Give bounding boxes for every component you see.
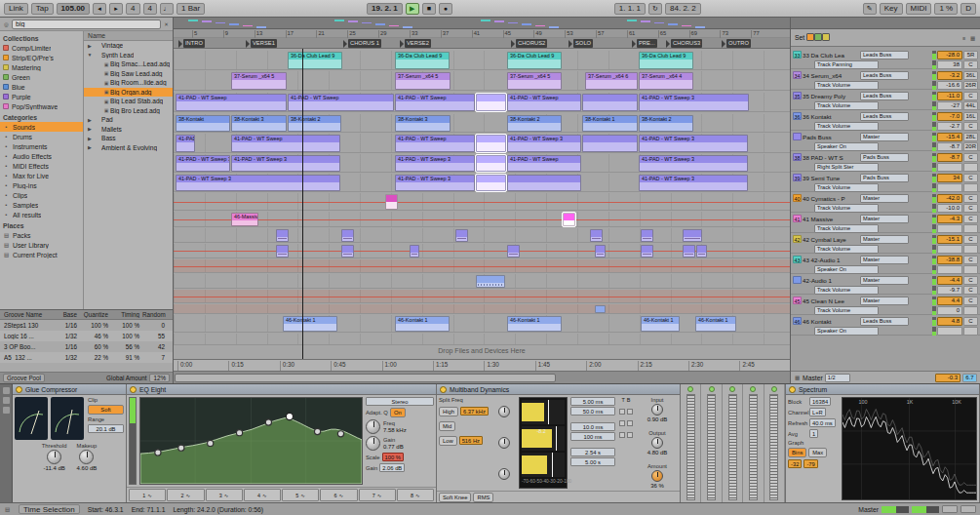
clip[interactable]: 37-Serum _x64 6: [585, 72, 638, 90]
clip[interactable]: 41-PAD-1: [176, 135, 195, 152]
eq-curve-display[interactable]: [139, 397, 363, 485]
automation-value[interactable]: [937, 163, 962, 172]
automation-pan-value[interactable]: C: [963, 122, 978, 131]
soft-knee-toggle[interactable]: Soft Knee: [439, 493, 471, 502]
automation-control-chooser[interactable]: Track Volume: [814, 245, 879, 254]
clip[interactable]: [385, 194, 398, 210]
mbd-input-knob[interactable]: [651, 404, 663, 416]
groove-quantize[interactable]: 60 %: [80, 343, 111, 350]
track-header[interactable]: 3535 Dreamy PolyLeads Buss-11.0CTrack Vo…: [791, 90, 980, 110]
horizontal-scrollbar[interactable]: [174, 371, 790, 383]
mbd-amount-value[interactable]: 36 %: [650, 483, 664, 489]
automation-control-chooser[interactable]: Track Volume: [814, 101, 879, 110]
clip[interactable]: [341, 245, 354, 258]
clip[interactable]: [563, 213, 575, 226]
groove-row[interactable]: Logic 16 ...1/3246 %100 %55: [0, 331, 173, 341]
automation-control-chooser[interactable]: Track Panning: [814, 60, 879, 69]
clip[interactable]: 41-PAD - WT Sweep 3: [176, 175, 340, 191]
clip[interactable]: 36-Da Club Lead 9: [395, 52, 450, 69]
range-value[interactable]: 20.1 dB: [88, 424, 124, 433]
sidebar-item-category[interactable]: ▪Sounds: [0, 122, 83, 132]
scrollbar-thumb[interactable]: [175, 374, 556, 382]
groove-timing[interactable]: 56 %: [111, 343, 142, 350]
track-header[interactable]: 4343 42-Audio 1Master-38.8CSpeaker On: [791, 254, 980, 274]
split-freq-value[interactable]: 516 Hz: [459, 436, 483, 445]
browser-result-item[interactable]: ▣Big Bro Lead.adg: [84, 106, 173, 116]
output-routing-chooser[interactable]: Leads Buss: [860, 92, 909, 100]
groove-base[interactable]: 1/16: [59, 322, 80, 329]
sidebar-item-collection[interactable]: Mastering: [0, 62, 83, 72]
collapsed-device-strip[interactable]: [764, 384, 785, 502]
locator-marker[interactable]: INTRO: [178, 39, 205, 48]
clip[interactable]: 41-PAD - WT Sweep 3: [231, 155, 340, 172]
clip[interactable]: [696, 245, 707, 258]
automation-control-chooser[interactable]: Speaker On: [814, 265, 879, 274]
clip[interactable]: [476, 135, 506, 152]
collapsed-device-strip[interactable]: [701, 384, 722, 502]
sidebar-item-category[interactable]: ▪MIDI Effects: [0, 161, 83, 171]
device-title-bar[interactable]: Multiband Dynamics: [437, 384, 680, 395]
eq-mode-chooser[interactable]: Stereo: [366, 397, 434, 406]
band-input-knob[interactable]: [498, 468, 510, 480]
automation-value[interactable]: [937, 327, 962, 336]
eq-gain-knob[interactable]: [366, 436, 380, 451]
clip[interactable]: 36-Da Club Lead 9: [288, 52, 342, 69]
locator-marker[interactable]: CHORUS2: [511, 39, 547, 48]
device-title-bar[interactable]: Spectrum: [786, 384, 979, 395]
tap-tempo-button[interactable]: Tap: [31, 3, 54, 15]
automation-pan-value[interactable]: 44L: [963, 101, 978, 110]
clip[interactable]: 41-PAD - WT Sweep: [507, 94, 581, 111]
release-value[interactable]: 5.00 s: [570, 457, 615, 466]
clip[interactable]: [507, 175, 581, 191]
automation-pan-value[interactable]: [963, 183, 978, 192]
automation-control-chooser[interactable]: Track Volume: [814, 183, 879, 192]
beat-time-ruler[interactable]: 591317212529333741454953576165697377: [174, 29, 790, 38]
clip[interactable]: 37-Serum _x64 5: [231, 72, 287, 90]
split-freq-value[interactable]: 6.37 kHz: [460, 407, 489, 416]
automation-value[interactable]: [937, 183, 962, 192]
browser-result-item[interactable]: ▣Big Room...lide.adg: [84, 78, 173, 88]
track-pan-value[interactable]: C: [963, 235, 978, 244]
loop-icon[interactable]: ↻: [648, 3, 662, 15]
output-routing-chooser[interactable]: Leads Buss: [860, 71, 909, 80]
automation-pan-value[interactable]: [963, 163, 978, 172]
browser-result-item[interactable]: ▶Bass: [84, 134, 173, 143]
below-toggle[interactable]: [627, 420, 633, 426]
play-button[interactable]: ▶: [406, 3, 419, 15]
clip[interactable]: 41-PAD - WT Sweep: [507, 155, 581, 172]
track-pan-value[interactable]: 16L: [963, 112, 978, 121]
locator-row[interactable]: INTROVERSE1CHORUS 1VERSE2CHORUS2SOLOPRE.…: [174, 38, 790, 48]
clip[interactable]: [341, 229, 354, 242]
clip[interactable]: 41-PAD - WT Sweep: [395, 135, 475, 152]
locator-marker[interactable]: CHORUS3: [666, 39, 702, 48]
clip[interactable]: [476, 275, 505, 288]
attack-value[interactable]: 5.00 ms: [570, 397, 615, 406]
range-high-value[interactable]: -32: [788, 459, 802, 468]
groove-row[interactable]: 3 OP Boo...1/1660 %56 %42: [0, 341, 173, 352]
list-icon[interactable]: ≡: [960, 35, 967, 41]
track-header[interactable]: 4040 Cymatics - PMaster-42.0CTrack Volum…: [791, 192, 980, 213]
automation-pan-value[interactable]: [963, 306, 978, 315]
clip[interactable]: [455, 229, 468, 242]
threshold-value[interactable]: -11.4 dB: [44, 465, 65, 471]
master-peak-box-2[interactable]: [960, 505, 976, 513]
eq-band-button[interactable]: 3∿: [206, 489, 243, 501]
track-volume-value[interactable]: 4.8: [937, 317, 962, 326]
track-header[interactable]: 3636 KontaktLeads Buss-7.016LTrack Volum…: [791, 110, 980, 131]
clip[interactable]: [507, 245, 520, 258]
arrangement-position[interactable]: 19. 2. 1: [367, 3, 403, 15]
setting-value[interactable]: 1: [809, 429, 818, 438]
clip[interactable]: [582, 135, 638, 152]
set-color-chip[interactable]: [806, 33, 814, 41]
track-pan-value[interactable]: 5R: [963, 51, 978, 59]
link-button[interactable]: Link: [4, 3, 28, 15]
sidebar-item-category[interactable]: ▪Clips: [0, 190, 83, 200]
output-routing-chooser[interactable]: Leads Buss: [860, 317, 909, 326]
clip[interactable]: 46-Kontakt 1: [283, 316, 337, 332]
key-map-button[interactable]: Key: [880, 3, 903, 15]
master-peak-box[interactable]: [942, 505, 958, 513]
clip[interactable]: 41-PAD - WT Sweep 3: [176, 155, 230, 172]
clip[interactable]: 41-PAD - WT Sweep: [395, 94, 475, 111]
collapsed-device-strip[interactable]: [743, 384, 764, 502]
clip[interactable]: [595, 305, 606, 313]
